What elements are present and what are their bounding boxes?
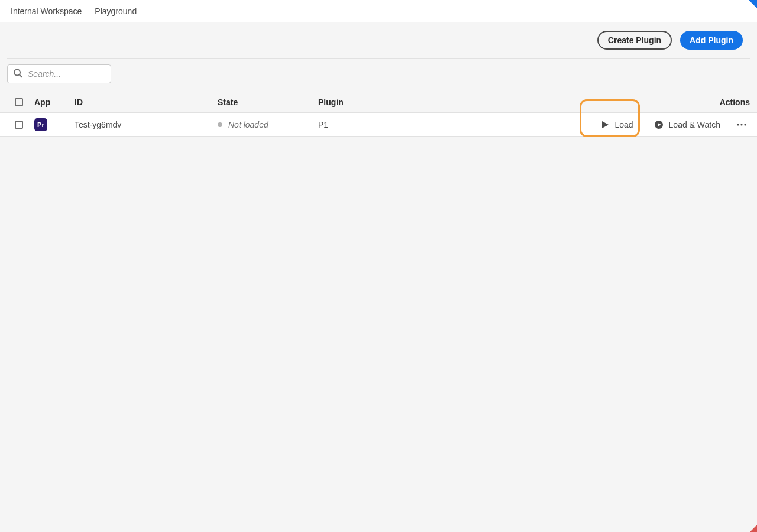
table-row: Pr Test-yg6mdv Not loaded P1 Load Load &… xyxy=(0,113,757,137)
toolbar: Create Plugin Add Plugin xyxy=(7,22,750,59)
row-state: Not loaded xyxy=(228,120,268,129)
load-button-label: Load xyxy=(614,120,633,129)
load-watch-button-label: Load & Watch xyxy=(669,120,720,129)
svg-marker-2 xyxy=(602,121,609,128)
svg-point-7 xyxy=(744,124,746,125)
more-icon xyxy=(737,124,746,126)
svg-point-5 xyxy=(737,124,739,125)
search-bar xyxy=(0,59,757,92)
play-circle-icon xyxy=(655,121,663,129)
more-actions-button[interactable] xyxy=(733,115,750,134)
search-input[interactable] xyxy=(7,64,111,83)
select-all-checkbox[interactable] xyxy=(15,98,23,106)
corner-decoration-top xyxy=(749,0,757,8)
corner-decoration-bottom xyxy=(750,525,757,532)
column-header-state: State xyxy=(218,98,318,107)
svg-line-1 xyxy=(20,75,22,77)
search-icon xyxy=(13,69,22,80)
create-plugin-button[interactable]: Create Plugin xyxy=(597,31,672,50)
load-watch-button[interactable]: Load & Watch xyxy=(646,115,729,134)
nav-internal-workspace[interactable]: Internal Workspace xyxy=(11,7,82,16)
status-dot-icon xyxy=(218,122,222,127)
row-id: Test-yg6mdv xyxy=(75,120,218,129)
add-plugin-button[interactable]: Add Plugin xyxy=(680,31,743,50)
svg-point-6 xyxy=(740,124,742,125)
column-header-id: ID xyxy=(75,98,218,107)
column-header-actions: Actions xyxy=(578,98,750,107)
table-header: App ID State Plugin Actions xyxy=(0,92,757,113)
load-button[interactable]: Load xyxy=(593,115,641,134)
row-checkbox[interactable] xyxy=(15,121,23,129)
row-plugin: P1 xyxy=(318,120,578,129)
column-header-plugin: Plugin xyxy=(318,98,578,107)
play-icon xyxy=(601,121,609,128)
column-header-app: App xyxy=(31,98,75,107)
nav-playground[interactable]: Playground xyxy=(95,7,137,16)
app-icon-premiere: Pr xyxy=(34,118,47,131)
plugins-table: App ID State Plugin Actions Pr Test-yg6m… xyxy=(0,92,757,137)
top-nav: Internal Workspace Playground xyxy=(0,0,757,22)
